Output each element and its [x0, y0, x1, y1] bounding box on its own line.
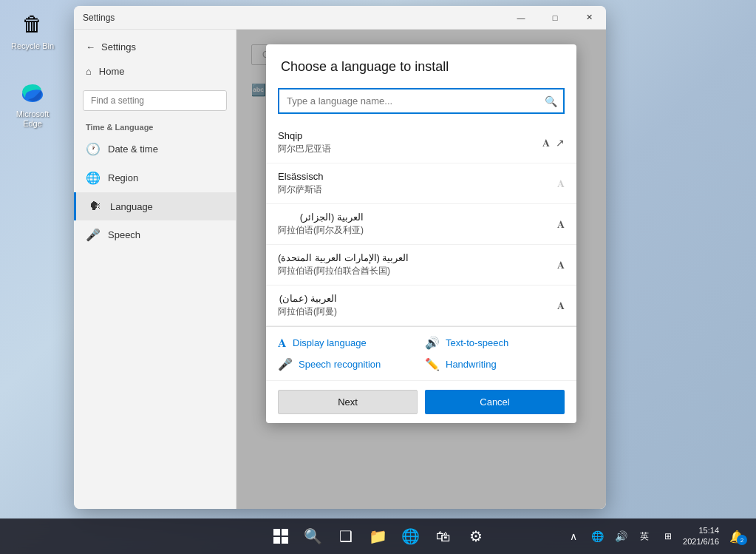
- cancel-button[interactable]: Cancel: [425, 390, 565, 414]
- region-label: Region: [108, 172, 138, 183]
- external-link-icon: ↗: [556, 137, 565, 149]
- date-time-label: Date & time: [108, 143, 158, 155]
- choose-language-modal: Choose a language to install 🔍 Shqip 阿尔巴…: [266, 44, 576, 423]
- language-name: العربية (الجزائر): [278, 212, 364, 223]
- file-explorer-icon: 📁: [369, 527, 387, 545]
- sidebar-home-item[interactable]: ⌂ Home: [74, 58, 236, 84]
- speaker-icon[interactable]: 🔊: [610, 521, 631, 551]
- notification-button[interactable]: 🔔 2: [723, 521, 750, 551]
- display-lang-icon: 𝐀: [557, 259, 565, 271]
- taskbar-search-button[interactable]: 🔍: [299, 521, 328, 551]
- time-display: 15:14: [683, 525, 719, 536]
- handwriting-tag-icon: ✏️: [425, 357, 440, 371]
- display-lang-icon: 𝐀: [557, 178, 565, 190]
- recycle-bin-image: 🗑: [18, 9, 47, 38]
- sidebar-settings-label: Settings: [101, 41, 136, 53]
- language-item-info: العربية (الإمارات العربية المتحدة) 阿拉伯语(…: [278, 252, 409, 277]
- speech-recognition-label: Speech recognition: [299, 359, 381, 370]
- sidebar-back-button[interactable]: ← Settings: [74, 36, 236, 58]
- edge-label: Microsoft Edge: [9, 109, 56, 129]
- language-native: 阿尔萨斯语: [278, 183, 323, 196]
- taskbar-time[interactable]: 15:14 2021/6/16: [683, 525, 719, 548]
- list-item[interactable]: Elsässisch 阿尔萨斯语 𝐀: [266, 163, 576, 204]
- start-button[interactable]: [266, 521, 296, 551]
- list-item[interactable]: العربية (الإمارات العربية المتحدة) 阿拉伯语(…: [266, 245, 576, 286]
- task-view-button[interactable]: ❑: [331, 521, 361, 551]
- ime-icon[interactable]: 英: [634, 521, 655, 551]
- language-feature-icons: 𝐀: [557, 218, 565, 231]
- recycle-bin-label: Recycle Bin: [11, 41, 54, 51]
- section-label: Time & Language: [74, 117, 236, 135]
- text-to-speech-label: Text-to-speech: [446, 337, 508, 348]
- edge-image: [18, 77, 47, 107]
- sidebar-search: [83, 90, 227, 111]
- keyboard-icon[interactable]: ⊞: [658, 521, 678, 551]
- home-icon: ⌂: [86, 66, 92, 77]
- list-item[interactable]: العربية (عمان) 阿拉伯语(阿曼) 𝐀: [266, 286, 576, 326]
- svg-rect-4: [282, 537, 288, 544]
- settings-taskbar-button[interactable]: ⚙: [461, 521, 491, 551]
- svg-rect-3: [273, 537, 280, 544]
- network-icon[interactable]: 🌐: [587, 521, 607, 551]
- taskbar-right: ∧ 🌐 🔊 英 ⊞ 15:14 2021/6/16 🔔 2: [563, 521, 750, 551]
- language-native: 阿尔巴尼亚语: [278, 143, 331, 155]
- language-native: 阿拉伯语(阿尔及利亚): [278, 224, 364, 237]
- language-name: العربية (عمان): [278, 293, 337, 304]
- edge-taskbar-icon: 🌐: [401, 527, 420, 545]
- settings-window: Settings — □ ✕ ← Settings ⌂ Home Time & …: [74, 6, 606, 509]
- speech-recognition-feature: 🎤 Speech recognition: [278, 357, 418, 371]
- handwriting-label: Handwriting: [446, 359, 497, 370]
- settings-taskbar-icon: ⚙: [469, 527, 483, 545]
- edge-taskbar-button[interactable]: 🌐: [396, 521, 426, 551]
- svg-rect-1: [273, 529, 280, 536]
- language-feature-icons: 𝐀: [557, 300, 565, 312]
- tts-tag-icon: 🔊: [425, 336, 440, 350]
- display-language-label: Display language: [293, 337, 367, 348]
- sidebar-item-speech[interactable]: 🎤 Speech: [74, 220, 236, 249]
- sidebar-item-date-time[interactable]: 🕐 Date & time: [74, 135, 236, 163]
- display-lang-icon: 𝐀: [557, 300, 565, 312]
- find-setting-input[interactable]: [83, 90, 227, 111]
- sidebar-item-region[interactable]: 🌐 Region: [74, 163, 236, 192]
- systray: ∧ 🌐 🔊 英 ⊞: [563, 521, 678, 551]
- store-icon: 🛍: [436, 528, 451, 545]
- language-search-input[interactable]: [278, 88, 565, 114]
- microsoft-edge-icon[interactable]: Microsoft Edge: [6, 74, 59, 132]
- settings-title: Settings: [83, 13, 115, 23]
- close-button[interactable]: ✕: [572, 6, 606, 30]
- speech-tag-icon: 🎤: [278, 357, 293, 371]
- language-feature-icons: 𝐀: [557, 178, 565, 190]
- language-list: Shqip 阿尔巴尼亚语 𝐀 ↗ Elsässisch: [266, 123, 576, 326]
- language-name: العربية (الإمارات العربية المتحدة): [278, 252, 409, 263]
- next-button[interactable]: Next: [278, 390, 418, 414]
- file-explorer-button[interactable]: 📁: [364, 521, 393, 551]
- minimize-button[interactable]: —: [504, 6, 538, 30]
- titlebar-controls: — □ ✕: [504, 6, 606, 30]
- store-button[interactable]: 🛍: [429, 521, 458, 551]
- sidebar-item-language[interactable]: 🗣 Language: [74, 192, 236, 220]
- display-lang-tag-icon: 𝐀: [278, 337, 287, 350]
- language-search: 🔍: [278, 88, 565, 114]
- language-icon: 🗣: [88, 200, 103, 213]
- main-content: Options Remove 🔤 🔊 🎤 ✏️ ABC Choose a: [236, 30, 606, 509]
- svg-rect-2: [282, 529, 288, 536]
- maximize-button[interactable]: □: [538, 6, 572, 30]
- language-item-info: Elsässisch 阿尔萨斯语: [278, 171, 323, 196]
- date-display: 2021/6/16: [683, 536, 719, 547]
- home-label: Home: [99, 66, 125, 77]
- modal-buttons: Next Cancel: [266, 380, 576, 423]
- tray-expand-button[interactable]: ∧: [563, 521, 584, 551]
- settings-body: ← Settings ⌂ Home Time & Language 🕐 Date…: [74, 30, 606, 509]
- clock-icon: 🕐: [86, 142, 101, 156]
- language-native: 阿拉伯语(阿拉伯联合酋长国): [278, 265, 409, 277]
- language-item-info: العربية (الجزائر) 阿拉伯语(阿尔及利亚): [278, 212, 364, 237]
- speech-icon: 🎤: [86, 228, 101, 242]
- display-language-feature: 𝐀 Display language: [278, 336, 418, 350]
- list-item[interactable]: العربية (الجزائر) 阿拉伯语(阿尔及利亚) 𝐀: [266, 204, 576, 245]
- taskbar-center: 🔍 ❑ 📁 🌐 🛍 ⚙: [266, 521, 491, 551]
- text-to-speech-feature: 🔊 Text-to-speech: [425, 336, 565, 350]
- list-item[interactable]: Shqip 阿尔巴尼亚语 𝐀 ↗: [266, 123, 576, 163]
- language-name: Shqip: [278, 130, 331, 141]
- recycle-bin-icon[interactable]: 🗑 Recycle Bin: [6, 6, 59, 54]
- globe-icon: 🌐: [86, 171, 101, 185]
